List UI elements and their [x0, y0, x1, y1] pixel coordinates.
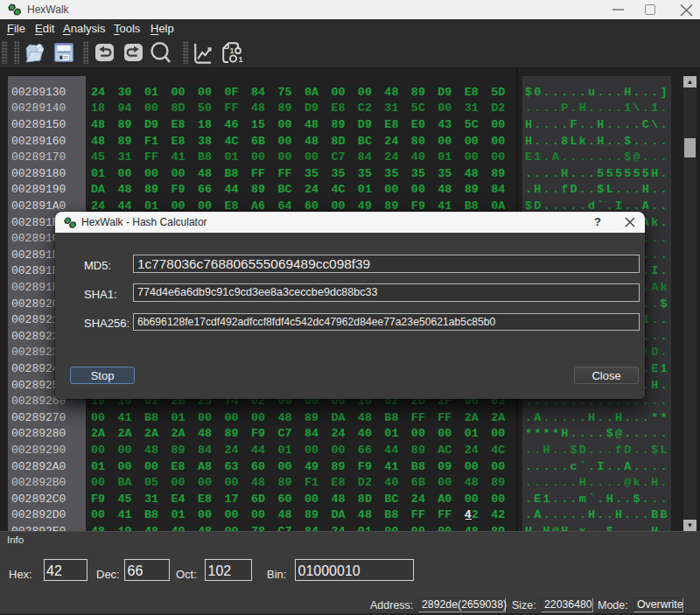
svg-text:1: 1: [230, 46, 234, 55]
svg-text:1: 1: [239, 55, 243, 64]
